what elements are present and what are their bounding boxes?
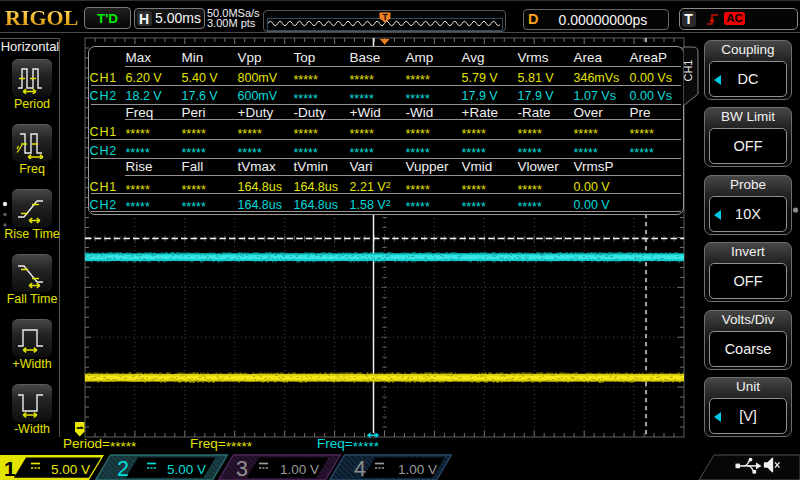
svg-text:CH1: CH1: [683, 59, 694, 81]
svg-text:T: T: [382, 12, 388, 22]
